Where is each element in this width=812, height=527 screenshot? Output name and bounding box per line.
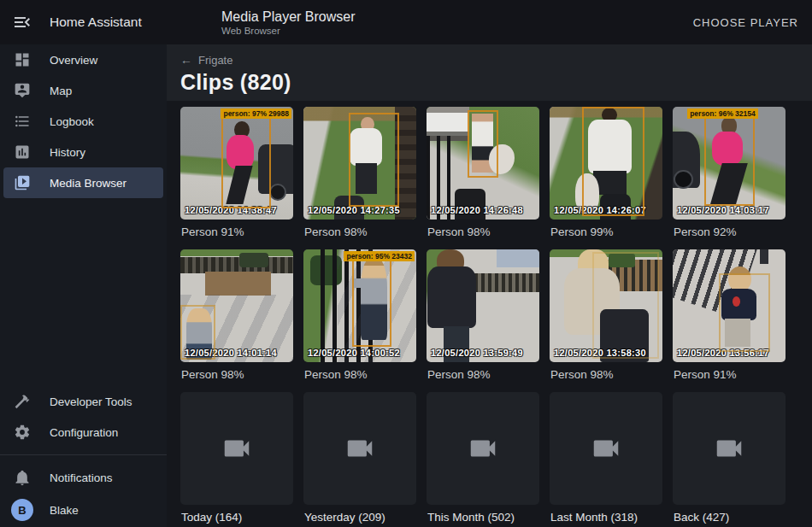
clip-thumbnail[interactable]: 12/05/2020 14:26:48: [427, 107, 539, 220]
folder-tile-yesterday[interactable]: Yesterday (209): [303, 392, 416, 524]
clip-tile[interactable]: person: 97% 29988 12/05/2020 14:38:47 Pe…: [180, 107, 293, 239]
detection-bbox: [704, 117, 755, 206]
clip-label: Person 98%: [427, 225, 539, 239]
folder-tile-back[interactable]: Back (427): [673, 392, 786, 524]
detection-bbox: [349, 113, 399, 208]
clip-label: Person 98%: [181, 368, 293, 382]
breadcrumb-back[interactable]: ← Frigate: [180, 53, 232, 67]
sidebar-item-developer-tools[interactable]: Developer Tools: [3, 386, 163, 417]
sidebar-item-history[interactable]: History: [3, 137, 163, 167]
clip-tile[interactable]: 12/05/2020 13:59:49 Person 98%: [427, 249, 539, 382]
map-account-icon: [14, 82, 31, 99]
clip-timestamp: 12/05/2020 14:03:17: [677, 205, 769, 215]
scene-shape: [269, 184, 286, 201]
detection-chip: person: 97% 29988: [221, 108, 291, 119]
folder-thumbnail[interactable]: [303, 392, 416, 505]
clip-timestamp: 12/05/2020 14:00:52: [308, 348, 400, 358]
video-camera-icon: [344, 432, 376, 465]
folder-tile-this-month[interactable]: This Month (502): [427, 392, 539, 524]
clip-tile[interactable]: 12/05/2020 14:27:35 Person 98%: [303, 107, 416, 239]
folder-thumbnail[interactable]: [673, 392, 786, 505]
logbook-list-icon: [14, 113, 31, 130]
sidebar-item-label: Configuration: [50, 426, 118, 439]
clip-tile[interactable]: 12/05/2020 13:56:17 Person 91%: [673, 249, 786, 382]
sidebar-item-notifications[interactable]: Notifications: [3, 462, 163, 493]
video-camera-icon: [590, 432, 622, 465]
gear-icon: [14, 424, 31, 441]
clip-thumbnail[interactable]: 12/05/2020 13:56:17: [673, 249, 786, 362]
clip-thumbnail-art: [303, 107, 416, 220]
scene-shape: [427, 266, 476, 329]
clip-tile[interactable]: 12/05/2020 14:26:48 Person 98%: [427, 107, 539, 239]
sidebar-item-overview[interactable]: Overview: [3, 44, 163, 75]
detection-bbox: [719, 273, 769, 352]
clip-thumbnail-art: [180, 249, 293, 362]
clip-thumbnail-art: [673, 107, 786, 220]
choose-player-button[interactable]: CHOOSE PLAYER: [693, 16, 798, 29]
folder-tile-today[interactable]: Today (164): [180, 392, 293, 524]
clip-label: Person 98%: [550, 368, 662, 382]
clip-timestamp: 12/05/2020 14:26:48: [431, 205, 523, 215]
clip-thumbnail[interactable]: person: 96% 32154 12/05/2020 14:03:17: [673, 107, 786, 220]
detection-bbox: [582, 107, 644, 216]
sidebar-item-label: Overview: [50, 54, 97, 67]
sidebar-item-media-browser[interactable]: Media Browser: [3, 167, 163, 198]
clip-label: Person 98%: [304, 225, 416, 239]
top-app-bar: Home Assistant Media Player Browser Web …: [0, 0, 812, 44]
home-assistant-app: Home Assistant Media Player Browser Web …: [0, 0, 812, 527]
folder-tile-last-month[interactable]: Last Month (318): [550, 392, 662, 524]
clip-thumbnail[interactable]: 12/05/2020 13:59:49: [427, 249, 539, 362]
clip-thumbnail[interactable]: person: 97% 29988 12/05/2020 14:38:47: [180, 107, 293, 220]
folders-row: Today (164) Yesterday (209) This Month (…: [180, 392, 798, 524]
folder-label: Today (164): [181, 511, 293, 524]
clip-tile[interactable]: 12/05/2020 13:58:30 Person 98%: [550, 249, 662, 382]
sidebar-item-label: History: [50, 146, 85, 159]
sidebar-spacer: [0, 198, 167, 386]
clip-tile[interactable]: person: 95% 23432 12/05/2020 14:00:52 Pe…: [303, 249, 416, 382]
folder-thumbnail[interactable]: [180, 392, 293, 505]
clip-label: Person 99%: [550, 225, 662, 239]
clip-thumbnail[interactable]: 12/05/2020 14:26:07: [550, 107, 662, 220]
sidebar-item-label: Notifications: [50, 471, 113, 484]
clip-tile[interactable]: person: 96% 32154 12/05/2020 14:03:17 Pe…: [673, 107, 786, 239]
sidebar-header: Home Assistant: [0, 0, 167, 44]
sidebar-item-configuration[interactable]: Configuration: [3, 417, 163, 448]
clip-thumbnail[interactable]: 12/05/2020 13:58:30: [550, 249, 662, 362]
clip-thumbnail-art: [673, 249, 786, 362]
clip-thumbnail[interactable]: person: 95% 23432 12/05/2020 14:00:52: [303, 249, 416, 362]
folder-label: Back (427): [674, 511, 786, 524]
sidebar-item-label: Media Browser: [50, 177, 127, 190]
bell-icon: [14, 469, 31, 486]
avatar: B: [11, 499, 33, 521]
back-arrow-icon: ←: [180, 53, 192, 67]
folder-thumbnail[interactable]: [550, 392, 662, 505]
sidebar-item-map[interactable]: Map: [3, 75, 163, 106]
media-browser-panel: ← Frigate Clips (820) person: 97% 29988 …: [167, 44, 812, 527]
clip-label: Person 91%: [181, 225, 293, 239]
clip-thumbnail[interactable]: 12/05/2020 14:01:14: [180, 249, 293, 362]
sidebar-item-logbook[interactable]: Logbook: [3, 106, 163, 137]
clip-label: Person 92%: [674, 225, 786, 239]
folder-label: This Month (502): [427, 511, 539, 524]
clip-timestamp: 12/05/2020 13:59:49: [431, 348, 523, 358]
page-title: Media Player Browser: [221, 9, 356, 25]
video-camera-icon: [467, 432, 499, 465]
scene-shape: [239, 253, 268, 267]
detection-bbox: [352, 254, 391, 346]
clip-tile[interactable]: 12/05/2020 14:01:14 Person 98%: [180, 249, 293, 382]
folder-thumbnail[interactable]: [427, 392, 539, 505]
media-browser-icon: [14, 174, 31, 191]
app-title: Home Assistant: [50, 15, 142, 30]
clip-thumbnail-art: [550, 249, 662, 362]
clip-label: Person 98%: [427, 368, 539, 382]
clip-tile[interactable]: 12/05/2020 14:26:07 Person 99%: [550, 107, 662, 239]
clip-thumbnail-art: [427, 107, 539, 220]
sidebar-item-user[interactable]: B Blake: [3, 493, 163, 527]
menu-toggle-button[interactable]: [12, 12, 32, 32]
clip-thumbnail-art: [180, 107, 293, 220]
hammer-icon: [14, 393, 31, 410]
detection-chip: person: 95% 23432: [344, 251, 415, 261]
clip-thumbnail[interactable]: 12/05/2020 14:27:35: [303, 107, 416, 220]
sidebar-item-label: Logbook: [50, 115, 94, 128]
scene-shape: [760, 249, 769, 264]
